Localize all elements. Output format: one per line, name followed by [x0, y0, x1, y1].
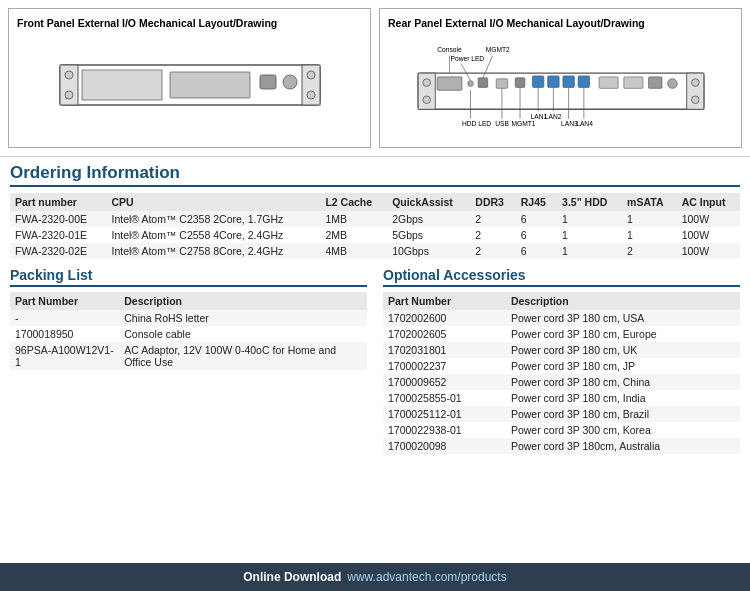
ordering-header-row: Part number CPU L2 Cache QuickAssist DDR…	[10, 193, 740, 211]
list-item: 1700025855-01Power cord 3P 180 cm, India	[383, 390, 740, 406]
list-item: 1700002237Power cord 3P 180 cm, JP	[383, 358, 740, 374]
panels-row: Front Panel External I/O Mechanical Layo…	[0, 0, 750, 157]
svg-point-6	[307, 91, 315, 99]
packing-title: Packing List	[10, 267, 367, 287]
table-cell: 1	[557, 243, 622, 259]
svg-rect-20	[478, 78, 488, 88]
table-cell: Power cord 3P 180 cm, Europe	[506, 326, 740, 342]
table-cell: 4MB	[320, 243, 387, 259]
front-panel-title: Front Panel External I/O Mechanical Layo…	[17, 17, 362, 29]
table-cell: 2Gbps	[387, 211, 470, 227]
svg-rect-21	[496, 79, 507, 89]
col-cpu: CPU	[107, 193, 321, 211]
svg-rect-9	[260, 75, 276, 89]
svg-rect-26	[578, 76, 589, 87]
list-item: 1702002605Power cord 3P 180 cm, Europe	[383, 326, 740, 342]
svg-line-32	[461, 64, 471, 81]
packing-header-row: Part Number Description	[10, 292, 367, 310]
table-cell: 2MB	[320, 227, 387, 243]
svg-rect-23	[532, 76, 543, 87]
packing-col-desc: Description	[119, 292, 367, 310]
table-cell: 1700022938-01	[383, 422, 506, 438]
svg-rect-8	[170, 72, 250, 98]
table-cell: 100W	[677, 243, 740, 259]
svg-rect-29	[648, 77, 661, 88]
table-row: FWA-2320-01EIntel® Atom™ C2558 4Core, 2.…	[10, 227, 740, 243]
accessories-col-part: Part Number	[383, 292, 506, 310]
table-cell: FWA-2320-01E	[10, 227, 107, 243]
table-cell: 6	[516, 243, 557, 259]
table-cell: 5Gbps	[387, 227, 470, 243]
table-cell: 1	[622, 211, 677, 227]
col-quickassist: QuickAssist	[387, 193, 470, 211]
power-led-label: Power LED	[450, 55, 484, 62]
svg-rect-22	[515, 78, 525, 88]
mgmt1-label: MGMT1	[511, 120, 535, 127]
accessories-table: Part Number Description 1702002600Power …	[383, 292, 740, 454]
accessories-col: Optional Accessories Part Number Descrip…	[383, 267, 740, 454]
front-panel-box: Front Panel External I/O Mechanical Layo…	[8, 8, 371, 148]
list-item: -China RoHS letter	[10, 310, 367, 326]
svg-rect-7	[82, 70, 162, 100]
lan2-label: LAN2	[544, 113, 561, 120]
rear-panel-svg: Console Power LED MGMT2 HDD LED USB	[401, 35, 721, 135]
table-cell: Power cord 3P 180 cm, USA	[506, 310, 740, 326]
table-cell: Power cord 3P 180 cm, UK	[506, 342, 740, 358]
svg-rect-18	[437, 77, 462, 90]
svg-point-30	[667, 79, 677, 89]
rear-panel-title: Rear Panel External I/O Mechanical Layou…	[388, 17, 733, 29]
table-cell: 1700009652	[383, 374, 506, 390]
table-cell: Power cord 3P 180 cm, JP	[506, 358, 740, 374]
table-cell: Power cord 3P 180 cm, Brazil	[506, 406, 740, 422]
table-cell: 1700025855-01	[383, 390, 506, 406]
svg-rect-28	[623, 77, 642, 88]
col-msata: mSATA	[622, 193, 677, 211]
list-item: 1700009652Power cord 3P 180 cm, China	[383, 374, 740, 390]
col-hdd: 3.5" HDD	[557, 193, 622, 211]
list-item: 1700020098Power cord 3P 180cm, Australia	[383, 438, 740, 454]
table-cell: Intel® Atom™ C2558 4Core, 2.4GHz	[107, 227, 321, 243]
col-l2cache: L2 Cache	[320, 193, 387, 211]
table-cell: Console cable	[119, 326, 367, 342]
accessories-header-row: Part Number Description	[383, 292, 740, 310]
table-cell: 2	[470, 211, 515, 227]
front-panel-drawing	[17, 35, 362, 135]
svg-rect-27	[599, 77, 618, 88]
table-cell: 2	[470, 227, 515, 243]
table-cell: -	[10, 310, 119, 326]
svg-point-16	[691, 79, 699, 87]
list-item: 1700025112-01Power cord 3P 180 cm, Brazi…	[383, 406, 740, 422]
table-cell: China RoHS letter	[119, 310, 367, 326]
table-cell: 96PSA-A100W12V1-1	[10, 342, 119, 370]
col-acinput: AC Input	[677, 193, 740, 211]
svg-point-5	[307, 71, 315, 79]
usb-label: USB	[495, 120, 509, 127]
table-cell: Power cord 3P 180cm, Australia	[506, 438, 740, 454]
front-panel-svg	[50, 50, 330, 120]
table-cell: 1	[622, 227, 677, 243]
col-rj45: RJ45	[516, 193, 557, 211]
table-cell: 6	[516, 211, 557, 227]
table-cell: 100W	[677, 211, 740, 227]
table-cell: 1702002600	[383, 310, 506, 326]
table-cell: 2	[470, 243, 515, 259]
footer: Online Download www.advantech.com/produc…	[0, 563, 750, 591]
table-cell: 1702031801	[383, 342, 506, 358]
table-cell: 1	[557, 227, 622, 243]
table-cell: Intel® Atom™ C2758 8Core, 2.4GHz	[107, 243, 321, 259]
footer-label: Online Download	[243, 570, 341, 584]
accessories-col-desc: Description	[506, 292, 740, 310]
ordering-table: Part number CPU L2 Cache QuickAssist DDR…	[10, 193, 740, 259]
svg-point-17	[691, 96, 699, 104]
list-item: 96PSA-A100W12V1-1AC Adaptor, 12V 100W 0-…	[10, 342, 367, 370]
table-cell: Power cord 3P 180 cm, China	[506, 374, 740, 390]
svg-line-33	[482, 56, 492, 78]
table-cell: 1700020098	[383, 438, 506, 454]
list-item: 1702002600Power cord 3P 180 cm, USA	[383, 310, 740, 326]
table-row: FWA-2320-00EIntel® Atom™ C2358 2Core, 1.…	[10, 211, 740, 227]
rear-panel-box: Rear Panel External I/O Mechanical Layou…	[379, 8, 742, 148]
table-cell: 6	[516, 227, 557, 243]
svg-point-2	[65, 71, 73, 79]
table-cell: 1700025112-01	[383, 406, 506, 422]
table-cell: Power cord 3P 300 cm, Korea	[506, 422, 740, 438]
